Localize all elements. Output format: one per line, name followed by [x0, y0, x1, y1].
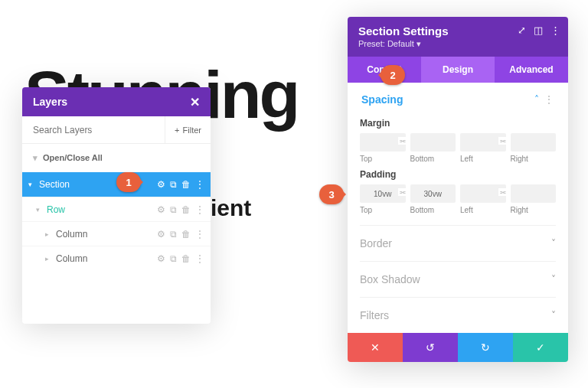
search-input[interactable] — [22, 125, 165, 135]
redo-button[interactable]: ↻ — [458, 333, 513, 362]
gear-icon[interactable]: ⚙ — [157, 204, 165, 215]
layer-label: Row — [45, 204, 157, 215]
column-icon[interactable]: ◫ — [534, 24, 543, 36]
chevron-down-icon: ˅ — [551, 274, 556, 285]
link-icon[interactable]: ⫘ — [398, 188, 407, 196]
preset-selector[interactable]: Preset: Default ▾ — [358, 39, 557, 49]
group-filters-header[interactable]: Filters ˅ — [360, 298, 556, 333]
settings-footer: ✕ ↺ ↻ ✓ — [348, 333, 568, 362]
more-icon[interactable]: ⋮ — [550, 24, 560, 36]
gear-icon[interactable]: ⚙ — [157, 253, 165, 264]
filter-label: Filter — [183, 126, 201, 135]
margin-left-input[interactable]: ⫘ — [460, 133, 506, 152]
margin-inputs: ⫘ ⫘ — [360, 133, 556, 152]
group-border-header[interactable]: Border ˅ — [360, 226, 556, 261]
layers-search-row: + Filter — [22, 116, 211, 144]
col-label-left: Left — [460, 155, 506, 163]
col-label-left: Left — [460, 206, 506, 214]
margin-right-input[interactable] — [511, 133, 557, 152]
margin-bottom-input[interactable] — [410, 133, 456, 152]
margin-label: Margin — [360, 118, 556, 129]
more-icon[interactable]: ⋮ — [195, 204, 204, 215]
group-title: Filters — [360, 309, 551, 321]
callout-3: 3 — [319, 184, 344, 204]
open-close-all[interactable]: ▾ Open/Close All — [22, 144, 211, 172]
duplicate-icon[interactable]: ⧉ — [170, 253, 177, 264]
cancel-button[interactable]: ✕ — [348, 333, 403, 362]
tab-advanced[interactable]: Advanced — [495, 57, 568, 83]
layer-row-row[interactable]: ▾ Row ⚙ ⧉ 🗑 ⋮ — [22, 197, 211, 221]
caret-right-icon: ▸ — [22, 230, 54, 238]
padding-left-input[interactable]: ⫘ — [460, 184, 506, 203]
caret-down-icon: ▾ — [416, 39, 421, 48]
layer-label: Column — [54, 229, 157, 240]
open-close-label: Open/Close All — [43, 153, 103, 162]
tab-design[interactable]: Design — [421, 57, 495, 83]
layer-label: Column — [54, 253, 157, 264]
background-word-fragment: ient — [211, 195, 251, 221]
link-icon[interactable]: ⫘ — [498, 137, 508, 145]
group-spacing-header[interactable]: Spacing ˄ ⋮ — [360, 83, 556, 112]
filter-button[interactable]: + Filter — [165, 116, 211, 143]
padding-bottom-input[interactable]: 30vw — [410, 184, 456, 203]
layer-row-column[interactable]: ▸ Column ⚙ ⧉ 🗑 ⋮ — [22, 246, 211, 270]
col-label-bottom: Bottom — [410, 206, 456, 214]
padding-inputs: 10vw⫘ 30vw ⫘ — [360, 184, 556, 203]
group-title: Border — [360, 237, 551, 249]
chevron-down-icon: ˅ — [551, 238, 556, 249]
col-label-right: Right — [511, 206, 557, 214]
padding-top-value: 10vw — [374, 190, 391, 198]
layers-title: Layers — [33, 96, 67, 108]
more-icon[interactable]: ⋮ — [544, 93, 554, 106]
chevron-down-icon: ˅ — [551, 310, 556, 321]
col-label-bottom: Bottom — [410, 155, 456, 163]
more-icon[interactable]: ⋮ — [195, 229, 204, 240]
plus-icon: + — [175, 126, 179, 135]
padding-right-input[interactable] — [511, 184, 557, 203]
col-label-top: Top — [360, 206, 406, 214]
trash-icon[interactable]: 🗑 — [181, 253, 191, 264]
margin-top-input[interactable]: ⫘ — [360, 133, 406, 152]
layers-header[interactable]: Layers ✕ — [22, 87, 211, 116]
link-icon[interactable]: ⫘ — [498, 188, 508, 196]
layers-panel: Layers ✕ + Filter ▾ Open/Close All ▾ Sec… — [22, 87, 211, 324]
padding-top-input[interactable]: 10vw⫘ — [360, 184, 406, 203]
settings-panel: ⤢ ◫ ⋮ Section Settings Preset: Default ▾… — [348, 17, 568, 362]
save-button[interactable]: ✓ — [513, 333, 568, 362]
caret-right-icon: ▸ — [22, 255, 54, 262]
more-icon[interactable]: ⋮ — [195, 179, 204, 190]
expand-icon[interactable]: ⤢ — [518, 24, 526, 36]
col-label-right: Right — [511, 155, 557, 163]
trash-icon[interactable]: 🗑 — [181, 229, 191, 240]
duplicate-icon[interactable]: ⧉ — [170, 179, 177, 190]
duplicate-icon[interactable]: ⧉ — [170, 204, 177, 215]
callout-2: 2 — [381, 65, 405, 85]
callout-1: 1 — [116, 172, 141, 192]
gear-icon[interactable]: ⚙ — [157, 179, 165, 190]
more-icon[interactable]: ⋮ — [195, 253, 204, 264]
duplicate-icon[interactable]: ⧉ — [170, 229, 177, 240]
trash-icon[interactable]: 🗑 — [181, 204, 191, 215]
close-icon[interactable]: ✕ — [190, 95, 200, 109]
group-title: Box Shadow — [360, 273, 551, 285]
layer-row-column[interactable]: ▸ Column ⚙ ⧉ 🗑 ⋮ — [22, 221, 211, 246]
group-box-shadow-header[interactable]: Box Shadow ˅ — [360, 262, 556, 297]
gear-icon[interactable]: ⚙ — [157, 229, 165, 240]
undo-button[interactable]: ↺ — [403, 333, 458, 362]
col-label-top: Top — [360, 155, 406, 163]
padding-label: Padding — [360, 169, 556, 180]
link-icon[interactable]: ⫘ — [398, 137, 407, 145]
caret-down-icon: ▾ — [33, 153, 38, 162]
caret-down-icon: ▾ — [22, 181, 38, 188]
caret-down-icon: ▾ — [22, 206, 45, 214]
trash-icon[interactable]: 🗑 — [181, 179, 191, 190]
chevron-up-icon: ˄ — [534, 94, 539, 105]
group-title: Spacing — [361, 93, 534, 106]
preset-label: Preset: Default — [358, 39, 414, 48]
